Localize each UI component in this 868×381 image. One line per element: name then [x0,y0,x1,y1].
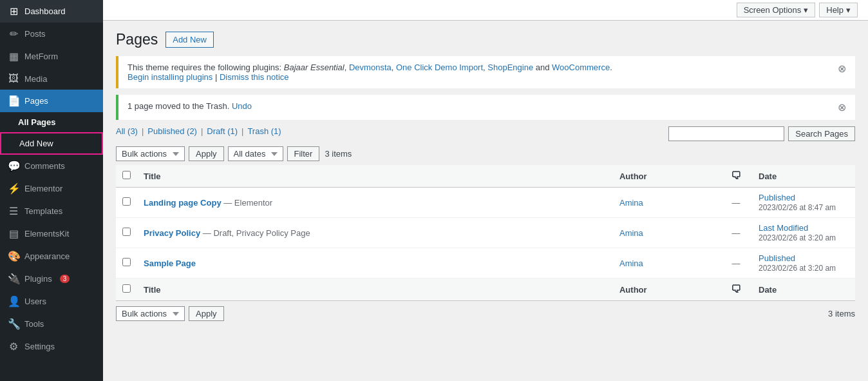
row3-date-status: Published [759,253,795,263]
title-header-label: Title [144,171,161,181]
row3-date-value: 2023/02/26 at 3:20 am [759,264,836,273]
row1-comments: — [732,198,741,208]
comment-bubble-footer-icon: 🗨 [731,284,741,295]
row2-date-cell: Last Modified 2023/02/26 at 3:20 am [752,218,855,248]
date-footer-label: Date [759,285,777,295]
row3-date-cell: Published 2023/02/26 at 3:20 am [752,248,855,278]
title-footer-label: Title [144,285,161,295]
woocommerce-link[interactable]: WooCommerce [552,63,610,72]
plugin-notice-close[interactable]: ⊗ [838,63,846,75]
sidebar-item-add-new[interactable]: Add New [0,132,103,155]
row2-title-link[interactable]: Privacy Policy [144,228,200,238]
sidebar-item-appearance[interactable]: 🎨 Appearance [0,245,103,268]
row2-author-link[interactable]: Amina [619,228,643,238]
row1-checkbox[interactable] [122,197,131,206]
devmonsta-link[interactable]: Devmonsta [349,63,392,72]
plugins-badge: 3 [60,275,70,283]
filter-button-top[interactable]: Filter [287,146,320,161]
tools-icon: 🔧 [8,318,19,330]
elementor-icon: ⚡ [8,182,19,195]
filter-all[interactable]: All (3) [116,126,138,136]
header-date: Date [752,165,855,188]
sidebar-item-comments[interactable]: 💬 Comments [0,155,103,177]
row1-date-cell: Published 2023/02/26 at 8:47 am [752,188,855,218]
filter-trash[interactable]: Trash (1) [247,126,281,136]
sidebar-item-templates[interactable]: ☰ Templates [0,200,103,222]
filter-draft[interactable]: Draft (1) [207,126,238,136]
page-header: Pages Add New [116,31,855,48]
undo-link[interactable]: Undo [232,101,252,111]
author-header-label: Author [619,171,647,181]
row2-checkbox[interactable] [122,228,131,236]
bulk-actions-select-top[interactable]: Bulk actions [116,146,185,161]
select-all-top[interactable] [122,171,131,179]
dismiss-notice-link[interactable]: Dismiss this notice [220,72,289,82]
dashboard-icon: ⊞ [8,5,19,17]
select-all-bottom[interactable] [122,284,131,293]
bulk-actions-select-bottom[interactable]: Bulk actions [116,306,185,321]
items-count-bottom: 3 items [828,309,855,318]
row1-title-cell: Landing page Copy — Elementor [137,188,613,218]
row1-title-link[interactable]: Landing page Copy [144,198,222,208]
header-checkbox [116,165,137,188]
begin-installing-link[interactable]: Begin installing plugins [127,72,212,82]
filter-published[interactable]: Published (2) [147,126,197,136]
sidebar-label-posts: Posts [24,29,46,39]
row3-checkbox-cell [116,248,137,278]
apply-button-top[interactable]: Apply [189,146,224,161]
tablenav-right-top: Search Pages [668,126,855,141]
users-icon: 👤 [8,295,19,308]
sidebar-item-pages[interactable]: 📄 Pages [0,90,103,112]
appearance-icon: 🎨 [8,250,19,262]
posts-icon: ✏ [8,28,19,40]
pages-icon: 📄 [8,95,19,107]
help-button[interactable]: Help ▾ [819,3,858,17]
screen-options-button[interactable]: Screen Options ▾ [737,3,816,17]
footer-author: Author [613,278,720,301]
search-pages-button[interactable]: Search Pages [788,126,855,141]
dates-select-top[interactable]: All dates [228,146,283,161]
sidebar-item-posts[interactable]: ✏ Posts [0,23,103,45]
row3-checkbox[interactable] [122,258,131,266]
sidebar-item-media[interactable]: 🖼 Media [0,68,103,90]
page-title: Pages [116,31,158,48]
sidebar-item-plugins[interactable]: 🔌 Plugins 3 [0,268,103,290]
sidebar-item-users[interactable]: 👤 Users [0,290,103,313]
chevron-down-icon-help: ▾ [846,5,851,15]
sidebar-item-settings[interactable]: ⚙ Settings [0,335,103,358]
table-row: Privacy Policy — Draft, Privacy Policy P… [116,218,855,248]
row1-author-link[interactable]: Amina [619,198,643,208]
tablenav-top: All (3) | Published (2) | Draft (1) | Tr… [116,126,855,141]
row2-date-status: Last Modified [759,223,808,233]
bulk-right-bottom: 3 items [828,309,855,318]
sidebar-label-settings: Settings [24,342,55,351]
sidebar-label-elementskit: ElementsKit [24,229,69,239]
content-area: Pages Add New This theme requires the fo… [103,21,868,381]
shopengine-link[interactable]: ShopEngine [487,63,533,72]
sidebar-item-elementskit[interactable]: ▤ ElementsKit [0,222,103,245]
sidebar-item-elementor[interactable]: ⚡ Elementor [0,177,103,200]
trash-notice-text: 1 page moved to the Trash. [127,101,229,111]
chevron-down-icon: ▾ [804,5,808,15]
sidebar-item-all-pages[interactable]: All Pages [0,112,103,132]
header-title: Title [137,165,613,188]
footer-title: Title [137,278,613,301]
bulk-left-bottom: Bulk actions Apply [116,306,224,321]
trash-notice-close[interactable]: ⊗ [838,101,846,113]
search-pages-input[interactable] [668,126,784,141]
footer-date: Date [752,278,855,301]
sidebar-item-tools[interactable]: 🔧 Tools [0,313,103,335]
add-new-button[interactable]: Add New [165,32,214,48]
row3-author-link[interactable]: Amina [619,259,643,268]
row1-checkbox-cell [116,188,137,218]
table-row: Landing page Copy — Elementor Amina — Pu… [116,188,855,218]
one-click-link[interactable]: One Click Demo Import [396,63,483,72]
row3-title-link[interactable]: Sample Page [144,259,196,268]
sidebar-item-metform[interactable]: ▦ MetForm [0,45,103,68]
bulk-actions-top: Bulk actions Apply All dates Filter 3 it… [116,146,855,161]
row1-date-value: 2023/02/26 at 8:47 am [759,203,836,212]
sidebar-item-dashboard[interactable]: ⊞ Dashboard [0,0,103,23]
apply-button-bottom[interactable]: Apply [189,306,224,321]
plugin-notice-text: This theme requires the following plugin… [127,63,612,72]
sidebar-label-users: Users [24,297,46,306]
